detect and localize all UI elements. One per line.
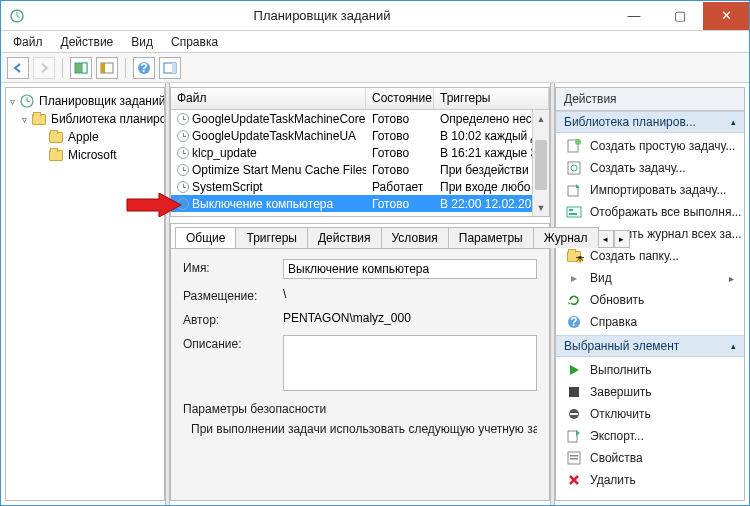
security-heading: Параметры безопасности	[183, 402, 537, 416]
tree-library-label: Библиотека планировщ	[51, 112, 165, 126]
actions-pane-title: Действия	[556, 88, 744, 111]
task-name: GoogleUpdateTaskMachineCore	[192, 112, 365, 126]
scroll-up-icon[interactable]: ▲	[533, 110, 549, 127]
maximize-button[interactable]: ▢	[657, 2, 703, 30]
minimize-button[interactable]: —	[611, 2, 657, 30]
action-run[interactable]: Выполнить	[556, 359, 744, 381]
task-row[interactable]: Optimize Start Menu Cache Files-S...Гото…	[171, 161, 549, 178]
task-row[interactable]: GoogleUpdateTaskMachineCoreГотовоОпредел…	[171, 110, 549, 127]
action-new-folder[interactable]: ✳Создать папку...	[556, 245, 744, 267]
tab-history[interactable]: Журнал	[533, 227, 599, 248]
tree-pane: ▿ Планировщик заданий (Лок ▿ Библиотека …	[5, 87, 165, 501]
task-scheduler-window: Планировщик заданий — ▢ ✕ Файл Действие …	[0, 0, 750, 506]
author-label: Автор:	[183, 311, 283, 327]
action-create-basic-task[interactable]: Создать простую задачу...	[556, 135, 744, 157]
tab-settings[interactable]: Параметры	[448, 227, 534, 248]
svg-rect-12	[568, 162, 580, 174]
clock-icon	[177, 147, 189, 159]
content-area: ▿ Планировщик заданий (Лок ▿ Библиотека …	[1, 83, 749, 505]
scroll-thumb[interactable]	[535, 140, 547, 190]
menu-action[interactable]: Действие	[53, 33, 122, 51]
action-import-task[interactable]: Импортировать задачу...	[556, 179, 744, 201]
action-show-running[interactable]: Отображать все выполня...	[556, 201, 744, 223]
tab-triggers[interactable]: Триггеры	[235, 227, 308, 248]
new-folder-icon: ✳	[566, 248, 582, 264]
tabs-scroll-left[interactable]: ◂	[598, 230, 614, 248]
tree-root-label: Планировщик заданий (Лок	[39, 94, 165, 108]
menu-help[interactable]: Справка	[163, 33, 226, 51]
action-export[interactable]: Экспорт...	[556, 425, 744, 447]
menubar: Файл Действие Вид Справка	[1, 31, 749, 53]
col-state[interactable]: Состояние	[366, 88, 434, 109]
collapse-icon[interactable]: ▿	[10, 96, 15, 107]
tree-microsoft-label: Microsoft	[68, 148, 117, 162]
actions-pane: Действия Библиотека планиров... ▴ Создат…	[555, 87, 745, 501]
collapse-icon[interactable]: ▿	[22, 114, 27, 125]
tab-actions[interactable]: Действия	[307, 227, 382, 248]
menu-view[interactable]: Вид	[123, 33, 161, 51]
svg-rect-28	[570, 455, 578, 457]
task-name: Выключение компьютера	[192, 197, 333, 211]
svg-text:✳: ✳	[576, 256, 584, 264]
run-icon	[566, 362, 582, 378]
action-disable[interactable]: Отключить	[556, 403, 744, 425]
help-button[interactable]: ?	[133, 57, 155, 79]
tree-microsoft[interactable]: Microsoft	[8, 146, 162, 164]
disable-icon	[566, 406, 582, 422]
svg-rect-4	[101, 63, 105, 73]
show-hide-pane-button[interactable]	[159, 57, 181, 79]
action-help[interactable]: ?Справка	[556, 311, 744, 333]
help-icon: ?	[566, 314, 582, 330]
stop-icon	[566, 384, 582, 400]
import-icon	[566, 182, 582, 198]
description-field[interactable]	[283, 335, 537, 391]
close-button[interactable]: ✕	[703, 2, 749, 30]
task-row[interactable]: Выключение компьютераГотовоВ 22:00 12.02…	[171, 195, 549, 212]
action-view[interactable]: ▸Вид▸	[556, 267, 744, 289]
task-state: Готово	[366, 112, 434, 126]
svg-rect-17	[569, 213, 577, 215]
action-delete[interactable]: Удалить	[556, 469, 744, 491]
tab-general[interactable]: Общие	[175, 227, 236, 248]
task-row[interactable]: klcp_updateГотовоВ 16:21 каждые 3	[171, 144, 549, 161]
view-button[interactable]	[96, 57, 118, 79]
group-library-header[interactable]: Библиотека планиров... ▴	[556, 111, 744, 133]
task-row[interactable]: GoogleUpdateTaskMachineUAГотовоВ 10:02 к…	[171, 127, 549, 144]
task-name: GoogleUpdateTaskMachineUA	[192, 129, 356, 143]
action-refresh[interactable]: Обновить	[556, 289, 744, 311]
tree-apple[interactable]: Apple	[8, 128, 162, 146]
forward-button[interactable]	[33, 57, 55, 79]
task-list: Файл Состояние Триггеры GoogleUpdateTask…	[170, 87, 550, 217]
group-selected-header[interactable]: Выбранный элемент ▴	[556, 335, 744, 357]
tree-library[interactable]: ▿ Библиотека планировщ	[8, 110, 162, 128]
location-value: \	[283, 287, 537, 301]
svg-rect-25	[570, 413, 578, 415]
scroll-down-icon[interactable]: ▼	[533, 199, 549, 216]
delete-icon	[566, 472, 582, 488]
action-properties[interactable]: Свойства	[556, 447, 744, 469]
running-icon	[566, 204, 582, 220]
back-button[interactable]	[7, 57, 29, 79]
name-field[interactable]	[283, 259, 537, 279]
folder-icon	[31, 111, 47, 127]
action-end[interactable]: Завершить	[556, 381, 744, 403]
center-pane: Файл Состояние Триггеры GoogleUpdateTask…	[170, 87, 550, 501]
svg-rect-15	[567, 207, 581, 217]
col-triggers[interactable]: Триггеры	[434, 88, 549, 109]
clock-icon	[177, 198, 189, 210]
list-scrollbar[interactable]: ▲ ▼	[532, 110, 549, 216]
tree-root[interactable]: ▿ Планировщик заданий (Лок	[8, 92, 162, 110]
clock-icon	[177, 113, 189, 125]
tab-conditions[interactable]: Условия	[381, 227, 449, 248]
detail-pane: Общие Триггеры Действия Условия Параметр…	[170, 223, 550, 501]
task-row[interactable]: SystemScriptРаботаетПри входе любо	[171, 178, 549, 195]
clock-icon	[177, 130, 189, 142]
tabs-scroll-right[interactable]: ▸	[614, 230, 630, 248]
task-name: SystemScript	[192, 180, 263, 194]
toolbar: ?	[1, 53, 749, 83]
col-name[interactable]: Файл	[171, 88, 366, 109]
scheduler-icon	[19, 93, 35, 109]
menu-file[interactable]: Файл	[5, 33, 51, 51]
action-create-task[interactable]: Создать задачу...	[556, 157, 744, 179]
action-pane-button[interactable]	[70, 57, 92, 79]
